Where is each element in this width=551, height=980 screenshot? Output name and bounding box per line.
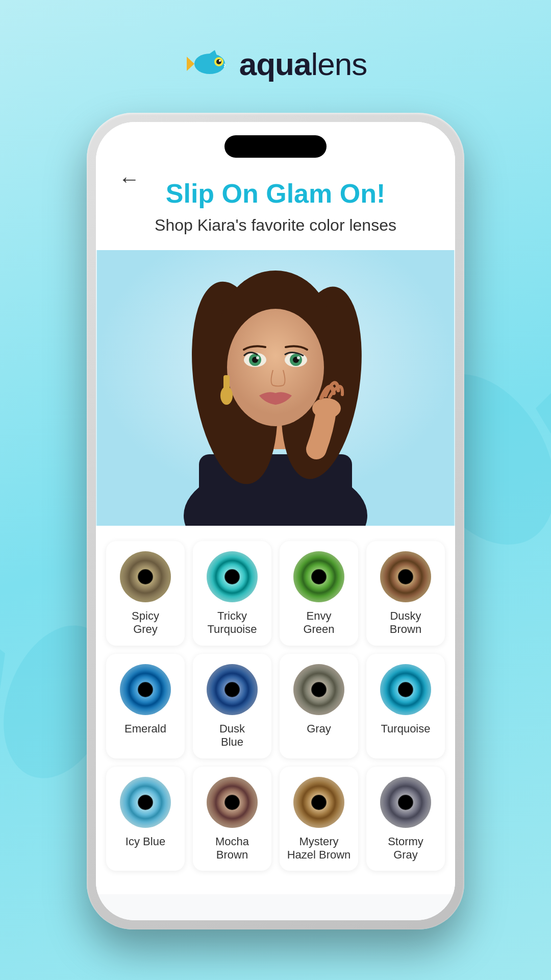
model-svg (96, 250, 455, 526)
svg-point-17 (227, 309, 324, 426)
phone-outer: ← Slip On Glam On! Shop Kiara's favorite… (87, 113, 464, 929)
lens-image-gray (293, 664, 344, 715)
lens-image-stormy-gray (380, 777, 431, 828)
lens-label-dusk-blue: DuskBlue (219, 722, 245, 749)
lens-image-mocha-brown (207, 777, 258, 828)
lens-label-dusky-brown: DuskyBrown (390, 609, 421, 636)
lens-image-dusky-brown (380, 551, 431, 602)
lens-card-emerald[interactable]: Emerald (106, 654, 185, 758)
lens-card-gray[interactable]: Gray (280, 654, 358, 758)
lens-row-2: Emerald DuskBlue Gray Turquoise (106, 654, 445, 758)
lens-card-envy-green[interactable]: EnvyGreen (280, 541, 358, 646)
svg-marker-1 (536, 383, 551, 434)
lens-label-mystery-hazel: MysteryHazel Brown (287, 835, 351, 862)
svg-point-25 (297, 356, 300, 359)
lens-image-emerald (120, 664, 171, 715)
lens-card-tricky-turquoise[interactable]: TrickyTurquoise (193, 541, 271, 646)
back-button[interactable]: ← (118, 167, 140, 191)
lens-label-turquoise: Turquoise (381, 722, 430, 736)
logo-lens: lens (311, 46, 367, 82)
lens-image-dusk-blue (207, 664, 258, 715)
svg-point-24 (256, 356, 259, 359)
lens-card-mystery-hazel[interactable]: MysteryHazel Brown (280, 767, 358, 871)
lens-label-tricky-turquoise: TrickyTurquoise (207, 609, 257, 636)
hero-title-slip: Slip On (166, 179, 266, 208)
phone-inner: ← Slip On Glam On! Shop Kiara's favorite… (96, 122, 455, 920)
lens-image-mystery-hazel (293, 777, 344, 828)
lens-image-icy-blue (120, 777, 171, 828)
phone-wrapper: ← Slip On Glam On! Shop Kiara's favorite… (87, 113, 464, 940)
lens-image-envy-green (293, 551, 344, 602)
lens-label-emerald: Emerald (124, 722, 166, 736)
lens-label-spicy-grey: SpicyGrey (132, 609, 159, 636)
svg-point-9 (219, 60, 221, 62)
lens-label-mocha-brown: MochaBrown (215, 835, 249, 862)
hero-title: Slip On Glam On! (96, 178, 455, 209)
lens-grid-section: SpicyGrey TrickyTurquoise EnvyGreen (96, 526, 455, 894)
lens-row-3: Icy Blue MochaBrown MysteryHazel Brown (106, 767, 445, 871)
svg-marker-5 (187, 57, 194, 71)
logo-area: aqualens (184, 46, 367, 82)
hero-section: Slip On Glam On! Shop Kiara's favorite c… (96, 122, 455, 526)
lens-card-turquoise[interactable]: Turquoise (366, 654, 445, 758)
lens-card-spicy-grey[interactable]: SpicyGrey (106, 541, 185, 646)
svg-point-27 (220, 386, 233, 405)
lens-card-stormy-gray[interactable]: StormyGray (366, 767, 445, 871)
svg-marker-3 (0, 633, 5, 689)
lens-label-icy-blue: Icy Blue (126, 835, 165, 848)
hero-title-glam: Glam On! (266, 179, 385, 208)
lens-card-mocha-brown[interactable]: MochaBrown (193, 767, 271, 871)
lens-row-1: SpicyGrey TrickyTurquoise EnvyGreen (106, 541, 445, 646)
logo-text: aqualens (239, 46, 367, 82)
lens-card-dusk-blue[interactable]: DuskBlue (193, 654, 271, 758)
logo-aqua: aqua (239, 46, 311, 82)
lens-label-gray: Gray (307, 722, 331, 736)
screen-content: Slip On Glam On! Shop Kiara's favorite c… (96, 122, 455, 920)
hero-subtitle: Shop Kiara's favorite color lenses (96, 216, 455, 235)
lens-image-spicy-grey (120, 551, 171, 602)
lens-card-dusky-brown[interactable]: DuskyBrown (366, 541, 445, 646)
dynamic-island (224, 135, 327, 158)
aqualens-logo-fish (184, 47, 230, 81)
lens-image-tricky-turquoise (207, 551, 258, 602)
svg-point-8 (216, 59, 221, 64)
lens-image-turquoise (380, 664, 431, 715)
lens-label-stormy-gray: StormyGray (388, 835, 423, 862)
lens-card-icy-blue[interactable]: Icy Blue (106, 767, 185, 871)
model-image-area (96, 250, 455, 526)
lens-label-envy-green: EnvyGreen (303, 609, 334, 636)
